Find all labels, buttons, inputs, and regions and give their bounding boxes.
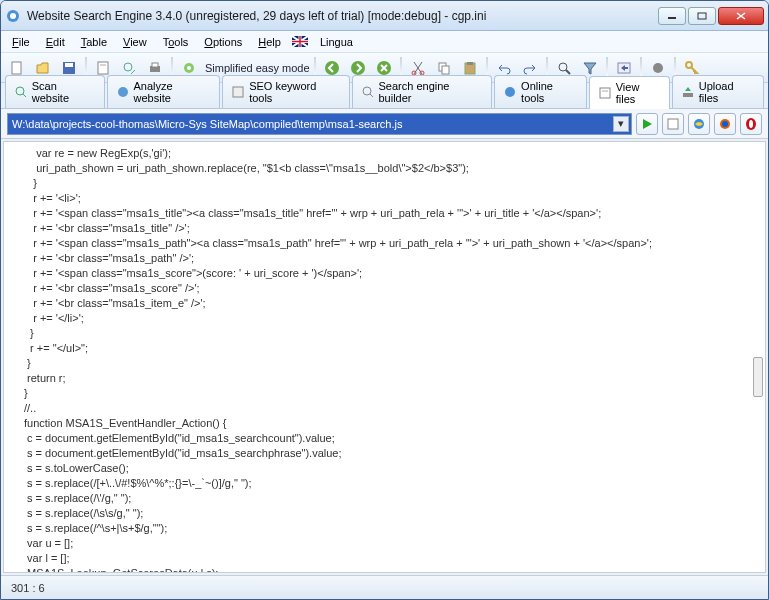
- menu-view[interactable]: View: [116, 34, 154, 50]
- svg-rect-35: [233, 87, 243, 97]
- svg-point-21: [412, 71, 416, 75]
- tab-upload[interactable]: Upload files: [672, 75, 764, 108]
- opera-button[interactable]: [740, 113, 762, 135]
- svg-point-12: [124, 63, 132, 71]
- menu-lingua[interactable]: Lingua: [313, 34, 360, 50]
- svg-line-28: [566, 70, 570, 74]
- svg-line-13: [131, 70, 135, 74]
- svg-point-1: [10, 13, 16, 19]
- tab-online[interactable]: Online tools: [494, 75, 587, 108]
- online-icon: [503, 85, 517, 99]
- scrollbar[interactable]: [753, 357, 763, 397]
- window: Website Search Engine 3.4.0 (unregistere…: [0, 0, 769, 600]
- builder-icon: [361, 85, 375, 99]
- titlebar[interactable]: Website Search Engine 3.4.0 (unregistere…: [1, 1, 768, 31]
- svg-line-37: [370, 94, 373, 97]
- statusbar: 301 : 6: [1, 575, 768, 599]
- view-icon: [598, 86, 612, 100]
- svg-point-36: [363, 87, 371, 95]
- svg-rect-41: [683, 93, 693, 97]
- svg-point-45: [722, 121, 728, 127]
- code-editor[interactable]: var re = new RegExp(s,'gi'); uri_path_sh…: [3, 141, 766, 573]
- svg-rect-39: [600, 88, 610, 98]
- svg-rect-26: [467, 62, 473, 65]
- maximize-button[interactable]: [688, 7, 716, 25]
- menu-options[interactable]: Options: [197, 34, 249, 50]
- menu-table[interactable]: Table: [74, 34, 114, 50]
- window-title: Website Search Engine 3.4.0 (unregistere…: [27, 9, 658, 23]
- path-combo[interactable]: W:\data\projects-cool-thomas\Micro-Sys S…: [7, 113, 632, 135]
- svg-point-17: [187, 66, 191, 70]
- svg-rect-15: [152, 63, 158, 67]
- svg-rect-3: [698, 13, 706, 19]
- menu-edit[interactable]: Edit: [39, 34, 72, 50]
- scan-icon: [14, 85, 28, 99]
- cursor-position: 301 : 6: [11, 582, 45, 594]
- seo-icon: [231, 85, 245, 99]
- svg-line-33: [23, 94, 26, 97]
- path-value: W:\data\projects-cool-thomas\Micro-Sys S…: [12, 118, 402, 130]
- flag-icon: [292, 36, 308, 47]
- minimize-button[interactable]: [658, 7, 686, 25]
- svg-point-47: [749, 120, 753, 128]
- menu-help[interactable]: Help: [251, 34, 288, 50]
- close-button[interactable]: [718, 7, 764, 25]
- pathbar: W:\data\projects-cool-thomas\Micro-Sys S…: [1, 109, 768, 139]
- analyze-icon: [116, 85, 130, 99]
- svg-point-22: [420, 71, 424, 75]
- svg-point-30: [653, 63, 663, 73]
- tab-analyze[interactable]: Analyze website: [107, 75, 221, 108]
- svg-point-38: [505, 87, 515, 97]
- simplified-label[interactable]: Simplified easy mode: [205, 62, 310, 74]
- svg-point-19: [351, 61, 365, 75]
- svg-rect-10: [98, 62, 108, 74]
- edit-file-button[interactable]: [662, 113, 684, 135]
- tabbar: Scan website Analyze website SEO keyword…: [1, 83, 768, 109]
- tab-view-files[interactable]: View files: [589, 76, 670, 109]
- menu-file[interactable]: File: [5, 34, 37, 50]
- app-icon: [5, 8, 21, 24]
- svg-rect-7: [12, 62, 21, 74]
- svg-point-32: [16, 87, 24, 95]
- dropdown-icon[interactable]: ▾: [613, 116, 629, 132]
- menubar: File Edit Table View Tools Options Help …: [1, 31, 768, 53]
- ie-button[interactable]: [688, 113, 710, 135]
- svg-rect-24: [442, 66, 449, 74]
- code-content: var re = new RegExp(s,'gi'); uri_path_sh…: [24, 147, 652, 573]
- upload-icon: [681, 85, 695, 99]
- svg-point-18: [325, 61, 339, 75]
- run-button[interactable]: [636, 113, 658, 135]
- menu-tools[interactable]: Tools: [156, 34, 196, 50]
- tab-builder[interactable]: Search engine builder: [352, 75, 493, 108]
- firefox-button[interactable]: [714, 113, 736, 135]
- svg-rect-9: [65, 63, 73, 67]
- tab-scan[interactable]: Scan website: [5, 75, 105, 108]
- svg-point-34: [118, 87, 128, 97]
- svg-rect-42: [668, 119, 678, 129]
- tab-seo[interactable]: SEO keyword tools: [222, 75, 349, 108]
- svg-point-27: [559, 63, 567, 71]
